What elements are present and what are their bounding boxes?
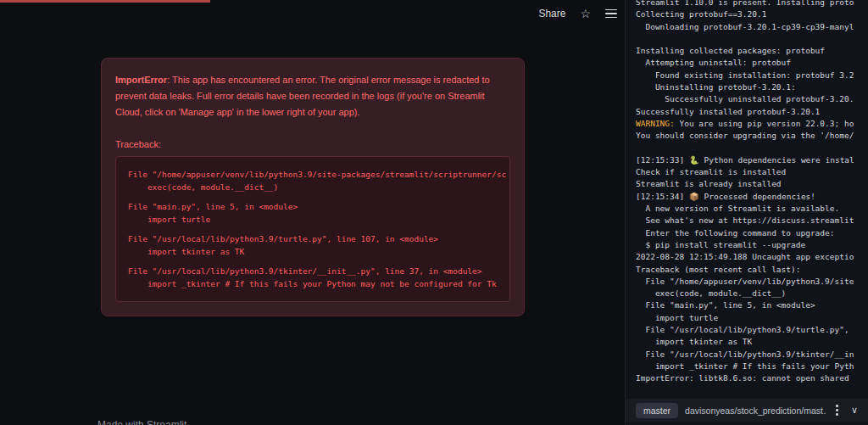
terminal-log-line: Uninstalling protobuf-3.20.1: bbox=[636, 81, 866, 93]
terminal-log-line: import tkinter as TK bbox=[636, 336, 866, 348]
terminal-log-line: A new version of Streamlit is available. bbox=[636, 203, 866, 215]
error-message: ImportError: This app has encountered an… bbox=[115, 72, 510, 120]
terminal-log-line bbox=[636, 143, 866, 154]
terminal-log-line: Traceback (most recent call last): bbox=[636, 264, 866, 276]
traceback-code-line bbox=[128, 226, 498, 232]
terminal-log-line: [12:15:33] 🐍 Python dependencies were in… bbox=[636, 154, 866, 166]
kebab-menu-icon[interactable] bbox=[833, 402, 841, 418]
repo-path: davisonyeas/stock_prediction/mast… bbox=[685, 405, 826, 416]
app-main: Share ☆ ImportError: This app has encoun… bbox=[0, 0, 625, 425]
terminal-log-line: Streamlit is already installed bbox=[636, 178, 866, 190]
terminal-log-line: import _tkinter # If this fails your Pyt… bbox=[636, 361, 866, 372]
traceback-code-line: exec(code, module.__dict__) bbox=[128, 181, 498, 193]
terminal-log-line: Attempting uninstall: protobuf bbox=[636, 57, 866, 69]
error-title: ImportError bbox=[115, 75, 167, 85]
chevron-down-icon[interactable]: ∨ bbox=[851, 405, 858, 415]
loading-decoration-bar bbox=[0, 0, 210, 3]
share-button[interactable]: Share bbox=[538, 8, 565, 20]
terminal-log-line: Collecting protobuf==3.20.1 bbox=[636, 8, 866, 20]
terminal-log-line: File "/usr/local/lib/python3.9/tkinter/_… bbox=[636, 349, 866, 361]
warning-prefix: WARNING: bbox=[636, 119, 675, 128]
terminal-log-line: Successfully installed protobuf-3.20.1 bbox=[636, 106, 866, 118]
terminal-log-line: File "/home/appuser/venv/lib/python3.9/s… bbox=[636, 276, 866, 288]
terminal-log-line: Found existing installation: protobuf 3.… bbox=[636, 70, 866, 81]
terminal-log-line: Installing collected packages: protobuf bbox=[636, 45, 866, 57]
terminal-panel: Streamlit 1.10.0 is present. Installing … bbox=[625, 0, 868, 425]
terminal-log-line: Enter the following command to upgrade: bbox=[636, 227, 866, 239]
terminal-log-line: Successfully uninstalled protobuf-3.20. bbox=[636, 93, 866, 105]
terminal-log-line: Streamlit 1.10.0 is present. Installing … bbox=[636, 0, 866, 8]
terminal-log-line: [12:15:34] 📦 Processed dependencies! bbox=[636, 191, 866, 203]
terminal-log-line: ImportError: libtk8.6.so: cannot open sh… bbox=[636, 372, 866, 384]
hamburger-menu-icon[interactable] bbox=[605, 9, 617, 19]
star-icon[interactable]: ☆ bbox=[580, 8, 591, 20]
traceback-code-line bbox=[128, 258, 498, 265]
terminal-log-line: Downloading protobuf-3.20.1-cp39-cp39-ma… bbox=[636, 21, 866, 33]
error-message-text: : This app has encountered an error. The… bbox=[115, 75, 490, 117]
terminal-log-line: You should consider upgrading via the '/… bbox=[636, 130, 866, 142]
terminal-log-line: WARNING: You are using pip version 22.0.… bbox=[636, 118, 866, 130]
terminal-log-line: import turtle bbox=[636, 312, 866, 324]
terminal-log-line: Check if streamlit is installed bbox=[636, 166, 866, 178]
made-with-streamlit-footer[interactable]: Made with Streamlit bbox=[97, 419, 186, 425]
traceback-code-line: File "main.py", line 5, in <module> bbox=[128, 200, 498, 213]
app-toolbar: Share ☆ bbox=[538, 8, 617, 20]
terminal-log-line: 2022-08-28 12:15:49.188 Uncaught app exc… bbox=[636, 251, 866, 263]
traceback-code-line: File "/usr/local/lib/python3.9/tkinter/_… bbox=[128, 265, 498, 277]
traceback-code-line: import _tkinter # If this fails your Pyt… bbox=[128, 277, 498, 290]
traceback-code-line: import turtle bbox=[128, 213, 498, 226]
terminal-log-line: $ pip install streamlit --upgrade bbox=[636, 239, 866, 251]
terminal-log-line: exec(code, module.__dict__) bbox=[636, 288, 866, 299]
streamlit-cloud-window: Share ☆ ImportError: This app has encoun… bbox=[0, 0, 868, 425]
terminal-log: Streamlit 1.10.0 is present. Installing … bbox=[636, 0, 866, 389]
terminal-log-line bbox=[636, 33, 866, 45]
branch-badge[interactable]: master bbox=[636, 403, 678, 418]
traceback-code-line: File "/usr/local/lib/python3.9/turtle.py… bbox=[128, 232, 498, 245]
traceback-code-line bbox=[128, 193, 498, 200]
traceback-code-line: import tkinter as TK bbox=[128, 245, 498, 258]
terminal-bottom-bar: master davisonyeas/stock_prediction/mast… bbox=[626, 399, 868, 422]
terminal-log-line: File "main.py", line 5, in <module> bbox=[636, 299, 866, 311]
error-alert: ImportError: This app has encountered an… bbox=[101, 58, 525, 316]
traceback-label: Traceback: bbox=[115, 139, 510, 149]
traceback-code-line: File "/home/appuser/venv/lib/python3.9/s… bbox=[128, 168, 498, 181]
terminal-log-line: File "/usr/local/lib/python3.9/turtle.py… bbox=[636, 324, 866, 336]
terminal-log-line: See what's new at https://discuss.stream… bbox=[636, 215, 866, 226]
traceback-code-block: File "/home/appuser/venv/lib/python3.9/s… bbox=[115, 156, 510, 302]
